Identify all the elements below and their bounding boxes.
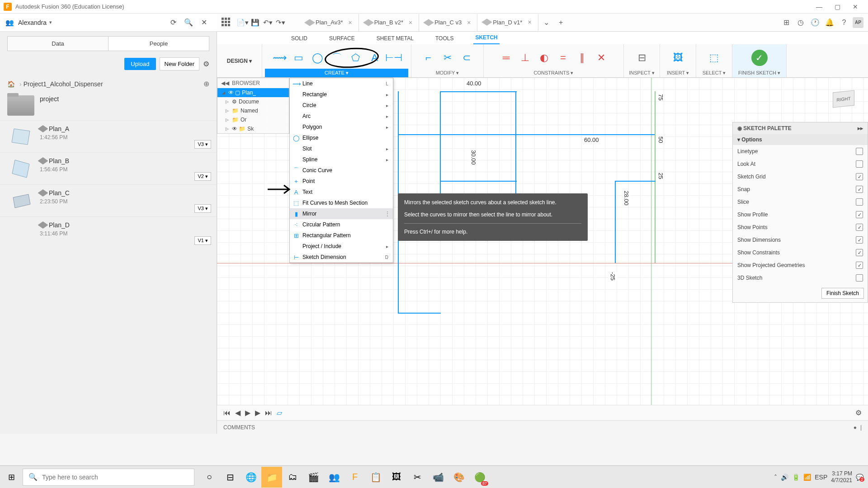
insert-group-label[interactable]: INSERT ▾ [663,69,693,77]
line-tool-icon[interactable]: ⟿ [272,50,288,66]
horizontal-constraint-icon[interactable]: ═ [498,50,514,66]
folder-row[interactable]: project [0,91,217,120]
sketch-edge[interactable] [615,181,656,182]
movies-icon[interactable]: 🎬 [303,467,324,488]
checkbox[interactable] [856,148,863,155]
close-tab-icon[interactable]: × [348,19,352,26]
finish-sketch-icon[interactable]: ✓ [751,50,768,66]
menu-item-circle[interactable]: Circle▸ [290,100,393,111]
inspect-tool-icon[interactable]: ⊟ [634,50,650,66]
tray-chevron-icon[interactable]: ˄ [774,474,777,481]
fusion-icon[interactable]: F [344,467,365,488]
battery-icon[interactable]: 🔋 [792,474,800,481]
screenrec-icon[interactable]: 🎨 [448,467,469,488]
list-item[interactable]: Plan_B 1:56:46 PM V2 ▾ [0,152,217,184]
clock[interactable]: 3:17 PM 4/7/2021 [831,470,852,483]
help-icon[interactable]: ? [838,17,850,28]
menu-item-conic-curve[interactable]: ⌒Conic Curve [290,165,393,176]
fix-constraint-icon[interactable]: ✕ [593,50,609,66]
chevron-down-icon[interactable]: ▾ [49,19,52,25]
notification-icon[interactable]: 🔔 [824,17,835,28]
checkbox[interactable] [856,198,863,206]
wifi-icon[interactable]: 📶 [803,474,811,481]
tab-tools[interactable]: TOOLS [434,33,455,44]
checkbox[interactable] [856,262,863,269]
start-button[interactable]: ⊞ [0,466,23,488]
checkbox[interactable] [856,186,863,193]
menu-item-mirror[interactable]: ▮Mirror⋮ [290,208,393,219]
browser-root[interactable]: ◢ 👁 ▢ Plan_ [217,88,289,97]
browser-node[interactable]: ▷ 📁 Or [217,115,289,124]
file-tab[interactable]: Plan_D v1*× [477,14,538,31]
checkbox[interactable] [856,274,863,282]
menu-item-arc[interactable]: Arc▸ [290,111,393,122]
project-name[interactable]: Project1_Alcohol_Dispenser [24,80,103,88]
sketch-edge[interactable] [440,91,517,92]
browser-node[interactable]: ▷ 👁 📁 Sk [217,124,289,133]
list-item[interactable]: Plan_D 3:11:46 PM V1 ▾ [0,216,217,249]
file-icon[interactable]: 📄▾ [236,19,249,27]
tab-people[interactable]: People [108,36,209,51]
explorer-icon[interactable]: 📁 [261,467,282,488]
cortana-icon[interactable]: ○ [199,467,220,488]
play-icon[interactable]: ▶ [245,408,250,417]
menu-item-line[interactable]: ⟿LineL [290,78,393,89]
finish-sketch-label[interactable]: FINISH SKETCH ▾ [735,69,783,77]
extensions-icon[interactable]: ⊞ [780,17,792,28]
version-selector[interactable]: V3 ▾ [194,204,211,213]
language-indicator[interactable]: ESP [815,474,827,481]
share-icon[interactable]: ⊕ [203,80,209,88]
text-tool-icon[interactable]: A [367,50,383,66]
sketch-edge[interactable] [398,134,656,135]
browser-node[interactable]: ▷ ⚙ Docume [217,97,289,106]
menu-item-slot[interactable]: Slot▸ [290,143,393,154]
checkbox[interactable] [856,211,863,218]
polygon-tool-icon[interactable]: ⬠ [348,50,364,66]
modify-group-label[interactable]: MODIFY ▾ [414,69,481,77]
menu-item-ellipse[interactable]: ◯Ellipse [290,132,393,143]
refresh-icon[interactable]: ⟳ [166,16,180,29]
menu-item-polygon[interactable]: Polygon▸ [290,122,393,132]
checkbox[interactable] [856,160,863,168]
tab-data[interactable]: Data [7,36,108,51]
taskview-icon[interactable]: ⊟ [220,467,241,488]
version-selector[interactable]: V2 ▾ [194,172,211,181]
search-input[interactable] [42,474,189,481]
fileexplorer-icon[interactable]: 🗂 [282,467,303,488]
checkbox[interactable] [856,173,863,180]
close-tab-icon[interactable]: × [409,19,412,26]
list-item[interactable]: Plan_C 2:23:50 PM V3 ▾ [0,184,217,216]
file-tab[interactable]: Plan_Av3*× [300,14,359,31]
finish-sketch-button[interactable]: Finish Sketch [821,288,864,299]
constraints-group-label[interactable]: CONSTRAINTS ▾ [486,69,621,77]
circle-tool-icon[interactable]: ◯ [310,50,326,66]
close-tab-icon[interactable]: × [467,19,471,26]
taskbar-search[interactable]: 🔍 [23,469,194,486]
parallel-constraint-icon[interactable]: ∥ [574,50,590,66]
sketch-edge[interactable] [615,181,616,263]
dimension[interactable]: 40.00 [466,80,482,87]
dot-icon[interactable]: ● [854,424,857,431]
version-selector[interactable]: V3 ▾ [194,140,211,149]
new-tab-icon[interactable]: + [556,19,566,27]
tab-solid[interactable]: SOLID [289,33,309,44]
inspect-group-label[interactable]: INSPECT ▾ [627,69,657,77]
new-folder-button[interactable]: New Folder [160,57,199,70]
search-icon[interactable]: 🔍 [182,16,195,29]
minimize-button[interactable]: — [810,0,828,13]
dimension[interactable]: 28.00 [622,191,631,206]
sketch-feature-icon[interactable]: ▱ [277,408,282,417]
close-panel-icon[interactable]: ✕ [197,16,211,29]
save-icon[interactable]: 💾 [249,19,261,27]
viewcube[interactable]: RIGHT [827,82,859,114]
teams-icon[interactable]: 👥 [324,467,344,488]
dimension-tool-icon[interactable]: ⊢⊣ [386,50,402,66]
upload-button[interactable]: Upload [124,58,156,70]
comments-bar[interactable]: COMMENTS ●| [217,420,868,434]
menu-item-circular-pattern[interactable]: ⁖Circular Pattern [290,219,393,230]
prev-icon[interactable]: ◀ [235,408,241,417]
first-icon[interactable]: ⏮ [223,409,231,417]
menu-item-sketch-dimension[interactable]: ⊢Sketch DimensionD [290,252,393,263]
dimension[interactable]: 60.00 [583,136,600,143]
maximize-button[interactable]: ▢ [828,0,846,13]
